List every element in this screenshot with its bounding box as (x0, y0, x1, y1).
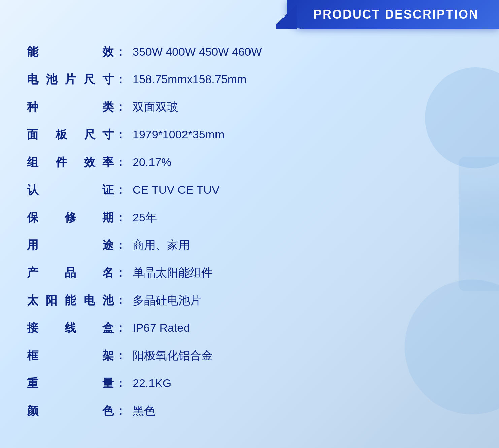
spec-label: 组 件 效率 (27, 154, 114, 170)
spec-row: 保 修 期：25年 (27, 210, 431, 232)
spec-label: 接 线 盒 (27, 320, 114, 336)
spec-row: 认 证： CE TUV CE TUV (27, 182, 431, 205)
spec-row: 种 类：双面双玻 (27, 99, 431, 122)
spec-row: 组 件 效率：20.17% (27, 154, 431, 177)
spec-colon: ： (114, 292, 126, 309)
spec-value: 350W 400W 450W 460W (133, 44, 262, 60)
spec-row: 颜 色：黑色 (27, 403, 431, 426)
spec-label: 能 效 (27, 44, 114, 60)
spec-value: 双面双玻 (133, 99, 178, 115)
header-banner: PRODUCT DESCRIPTION (287, 0, 499, 29)
spec-colon: ： (114, 99, 126, 115)
spec-colon: ： (114, 320, 126, 336)
spec-colon: ： (114, 127, 126, 143)
spec-colon: ： (114, 71, 126, 88)
spec-label: 保 修 期 (27, 210, 114, 226)
page-container: PRODUCT DESCRIPTION 能 效：350W 400W 450W 4… (0, 0, 499, 448)
spec-value: 25年 (133, 210, 157, 226)
spec-label: 产 品 名 (27, 265, 114, 281)
spec-colon: ： (114, 265, 126, 281)
spec-colon: ： (114, 375, 126, 391)
spec-value: 阳极氧化铝合金 (133, 348, 213, 364)
spec-row: 重 量：22.1KG (27, 375, 431, 398)
spec-colon: ： (114, 348, 126, 364)
specs-container: 能 效：350W 400W 450W 460W电池片尺寸：158.75mmx15… (27, 44, 431, 430)
spec-value: 20.17% (133, 154, 171, 170)
spec-value: IP67 Rated (133, 320, 190, 336)
spec-colon: ： (114, 237, 126, 253)
spec-row: 框 架：阳极氧化铝合金 (27, 348, 431, 371)
spec-label: 种 类 (27, 99, 114, 115)
spec-label: 重 量 (27, 375, 114, 391)
deco-right (459, 157, 499, 291)
spec-colon: ： (114, 44, 126, 60)
spec-colon: ： (114, 210, 126, 226)
spec-row: 面 板 尺寸：1979*1002*35mm (27, 127, 431, 150)
spec-label: 太阳能电池 (27, 292, 114, 309)
spec-row: 电池片尺寸：158.75mmx158.75mm (27, 71, 431, 94)
spec-colon: ： (114, 182, 126, 198)
spec-value: 22.1KG (133, 375, 171, 391)
spec-label: 用 途 (27, 237, 114, 253)
spec-row: 产 品 名：单晶太阳能组件 (27, 265, 431, 288)
spec-label: 框 架 (27, 348, 114, 364)
spec-value: 多晶硅电池片 (133, 292, 201, 309)
spec-label: 面 板 尺寸 (27, 127, 114, 143)
spec-label: 电池片尺寸 (27, 71, 114, 88)
spec-colon: ： (114, 154, 126, 170)
spec-row: 能 效：350W 400W 450W 460W (27, 44, 431, 67)
spec-value: 158.75mmx158.75mm (133, 71, 246, 88)
spec-colon: ： (114, 403, 126, 419)
spec-value: CE TUV CE TUV (133, 182, 220, 198)
spec-value: 黑色 (133, 403, 156, 419)
spec-row: 太阳能电池：多晶硅电池片 (27, 292, 431, 315)
spec-label: 颜 色 (27, 403, 114, 419)
spec-value: 1979*1002*35mm (133, 127, 224, 143)
spec-row: 接 线 盒：IP67 Rated (27, 320, 431, 343)
spec-value: 商用、家用 (133, 237, 190, 253)
spec-label: 认 证 (27, 182, 114, 198)
spec-row: 用 途：商用、家用 (27, 237, 431, 260)
page-title: PRODUCT DESCRIPTION (313, 7, 479, 22)
spec-value: 单晶太阳能组件 (133, 265, 213, 281)
